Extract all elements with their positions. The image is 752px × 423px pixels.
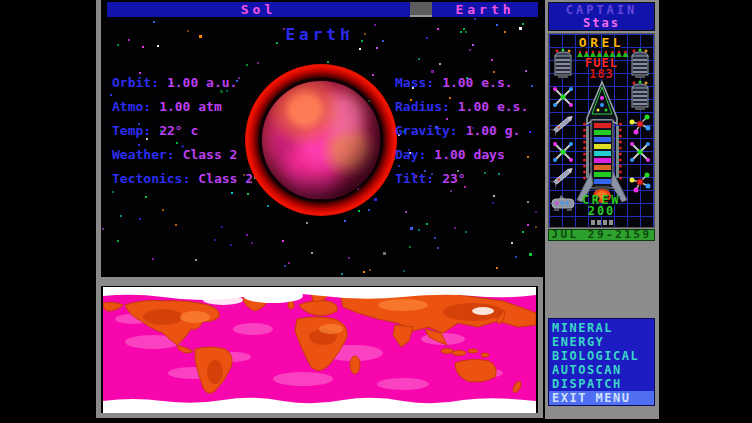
scan-menu: MINERAL ENERGY BIOLOGICAL AUTOSCAN DISPA…	[548, 318, 655, 406]
star	[529, 253, 532, 256]
star	[162, 209, 164, 211]
ship-schematic-panel: OREL FUEL 183 CREW 200	[548, 33, 655, 228]
star	[464, 186, 466, 188]
stat-value: 1.00 days	[434, 148, 504, 161]
planet-stats-right: Mass: 1.00 e.s. Radius: 1.00 e.s. Gravit…	[395, 76, 528, 185]
star	[525, 70, 527, 72]
system-icon	[553, 87, 573, 107]
star	[145, 196, 147, 198]
stat-mass: Mass: 1.00 e.s.	[395, 76, 528, 89]
selected-body-bar: Earth	[432, 2, 538, 17]
star	[327, 61, 329, 63]
stat-label: Radius:	[395, 100, 450, 113]
star	[230, 244, 232, 246]
stat-label: Day:	[395, 148, 426, 161]
star	[195, 259, 197, 261]
star	[405, 211, 407, 213]
stat-radius: Radius: 1.00 e.s.	[395, 100, 528, 113]
star	[153, 21, 155, 23]
stat-gravity: Gravity: 1.00 g.	[395, 124, 528, 137]
star	[221, 226, 223, 228]
star	[306, 222, 308, 224]
menu-item-energy[interactable]: ENERGY	[549, 335, 654, 349]
star	[409, 246, 411, 248]
stat-value: 1.00 e.s.	[442, 76, 512, 89]
star	[288, 262, 290, 264]
star	[383, 252, 386, 255]
missile-icon	[549, 164, 576, 189]
fuel-value: 183	[549, 67, 654, 81]
stat-label: Tilt:	[395, 172, 434, 185]
stat-value: 22° c	[159, 124, 198, 137]
star	[363, 271, 365, 273]
planet-viewport: Sol Earth Earth Orbit: 1.00 a.u. Atmo: 1…	[96, 0, 553, 278]
star	[439, 63, 441, 65]
star	[472, 44, 474, 46]
star	[492, 202, 494, 204]
menu-item-exit-menu[interactable]: EXIT MENU	[549, 391, 654, 405]
stat-value: Class 2	[183, 148, 238, 161]
planet-title: Earth	[101, 25, 538, 44]
menu-item-dispatch[interactable]: DISPATCH	[549, 377, 654, 391]
stat-value: 1.00 g.	[466, 124, 521, 137]
stat-day: Day: 1.00 days	[395, 148, 528, 161]
star	[491, 59, 493, 61]
star	[102, 228, 104, 230]
stat-value: Class 2	[198, 172, 253, 185]
star	[403, 270, 405, 272]
stat-value: 1.00 a.u.	[167, 76, 237, 89]
star	[493, 195, 495, 197]
captain-name: Stas	[549, 17, 654, 30]
crew-pods	[549, 217, 654, 225]
star	[522, 231, 524, 233]
star	[117, 240, 119, 242]
star	[418, 229, 420, 231]
star	[474, 18, 476, 20]
stat-label: Tectonics:	[112, 172, 190, 185]
star	[431, 70, 434, 73]
stat-value: 1.00 e.s.	[458, 100, 528, 113]
planet-stats-left: Orbit: 1.00 a.u. Atmo: 1.00 atm Temp: 22…	[112, 76, 253, 185]
system-icon	[553, 142, 573, 162]
star	[511, 242, 513, 244]
menu-item-autoscan[interactable]: AUTOSCAN	[549, 363, 654, 377]
stat-temp: Temp: 22° c	[112, 124, 253, 137]
star	[112, 191, 114, 193]
captain-rank-label: CAPTAIN	[549, 3, 654, 17]
star	[418, 58, 420, 60]
missile-icon	[549, 112, 576, 137]
star	[152, 258, 154, 260]
star	[527, 201, 529, 203]
star	[214, 239, 216, 241]
star	[527, 224, 529, 226]
star	[282, 240, 284, 242]
star	[376, 47, 378, 49]
star	[139, 218, 141, 220]
stat-value: 23°	[442, 172, 465, 185]
star	[117, 44, 119, 46]
game-screen: Sol Earth Earth Orbit: 1.00 a.u. Atmo: 1…	[0, 0, 752, 423]
stat-label: Atmo:	[112, 100, 151, 113]
stat-tilt: Tilt: 23°	[395, 172, 528, 185]
star	[344, 220, 346, 222]
menu-item-mineral[interactable]: MINERAL	[549, 321, 654, 335]
star	[246, 234, 248, 236]
star	[359, 48, 361, 50]
star	[515, 256, 517, 258]
stat-label: Mass:	[395, 76, 434, 89]
star	[531, 85, 533, 87]
location-bar: Sol Earth	[101, 2, 538, 18]
star	[535, 226, 537, 228]
stat-weather: Weather: Class 2	[112, 148, 253, 161]
stat-label: Weather:	[112, 148, 175, 161]
star	[348, 257, 350, 259]
ship-name: OREL	[549, 35, 654, 50]
star	[469, 49, 471, 51]
star	[437, 247, 439, 249]
surface-map-frame	[96, 277, 543, 418]
crew-value: 200	[549, 204, 654, 218]
menu-item-biological[interactable]: BIOLOGICAL	[549, 349, 654, 363]
system-name-bar: Sol	[107, 2, 410, 17]
ship-status-panel: CAPTAIN Stas	[545, 0, 659, 419]
star	[535, 211, 537, 213]
